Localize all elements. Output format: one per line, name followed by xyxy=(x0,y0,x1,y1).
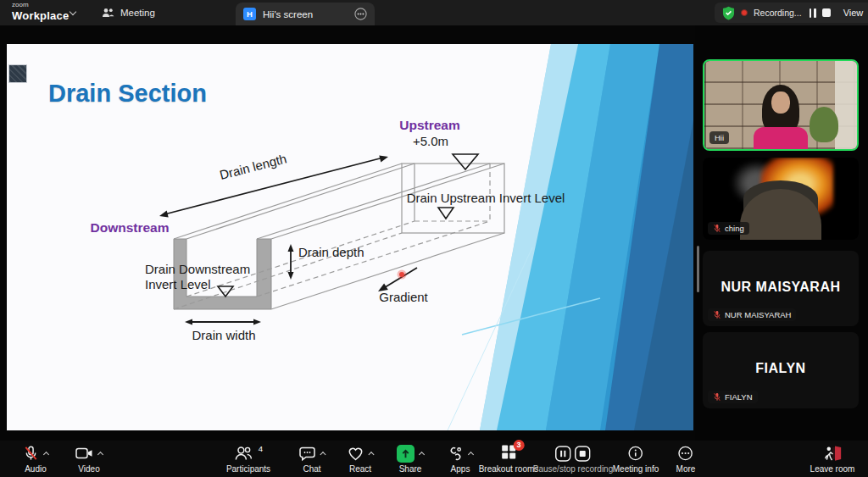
participant-name-pill: Hii xyxy=(709,131,729,144)
label-upstream: Upstream xyxy=(399,118,460,132)
info-icon xyxy=(628,446,643,461)
plant xyxy=(810,107,838,142)
drain-solid-edges xyxy=(174,164,504,309)
chevron-up-icon[interactable] xyxy=(368,452,374,458)
participant-name-pill: ching xyxy=(708,222,749,235)
chevron-up-icon[interactable] xyxy=(320,452,326,458)
chat-bubble-icon xyxy=(299,446,316,462)
react-button[interactable]: React xyxy=(348,444,374,474)
window-light xyxy=(835,61,857,149)
label-gradient: Gradient xyxy=(379,290,428,304)
video-tile-hii[interactable]: Hii xyxy=(703,59,859,151)
label-drain-depth: Drain depth xyxy=(298,245,364,259)
logo-zoom-text: zoom xyxy=(12,2,69,8)
sidebar-scrollbar[interactable] xyxy=(697,246,699,292)
leave-door-icon xyxy=(823,445,843,462)
logo-workplace-text: Workplace xyxy=(12,9,69,22)
person-face xyxy=(771,92,790,114)
leave-room-label: Leave room xyxy=(810,464,855,474)
participants-sidebar: Hii ching NUR MAISYARAH xyxy=(695,25,868,441)
leave-room-button[interactable]: Leave room xyxy=(810,444,855,474)
slide-title: Drain Section xyxy=(48,80,207,108)
participants-icon xyxy=(234,446,253,462)
video-camera-icon xyxy=(75,446,93,460)
zoom-meeting-window: zoom Workplace Meeting H Hii's screen xyxy=(0,0,868,477)
mic-muted-icon xyxy=(713,310,721,319)
title-bar: zoom Workplace Meeting H Hii's screen xyxy=(0,0,868,25)
pause-stop-recording-label: Pause/stop recording xyxy=(533,464,614,474)
more-options-icon[interactable] xyxy=(354,8,367,20)
slide-corner-decoration xyxy=(8,64,27,83)
pause-stop-recording-button[interactable]: Pause/stop recording xyxy=(533,444,614,474)
tab-screen-share[interactable]: H Hii's screen xyxy=(236,3,375,25)
label-drain-width: Drain width xyxy=(192,328,255,342)
share-screen-icon xyxy=(397,445,415,463)
participants-button[interactable]: 4 Participants xyxy=(226,444,270,474)
recording-status: Recording... View xyxy=(715,3,868,23)
pause-recording-icon[interactable] xyxy=(555,446,571,462)
meeting-toolbar: Audio Video 4 Parti xyxy=(0,441,868,477)
chevron-up-icon[interactable] xyxy=(97,452,103,458)
person-shirt xyxy=(754,127,808,149)
apps-icon xyxy=(448,446,464,462)
chevron-up-icon[interactable] xyxy=(468,452,474,458)
participants-label: Participants xyxy=(226,464,270,474)
video-label: Video xyxy=(75,464,103,474)
gradient-arrow xyxy=(378,268,417,291)
participant-name-pill: FIALYN xyxy=(708,391,758,403)
chevron-up-icon[interactable] xyxy=(43,452,49,458)
participant-display-name: NUR MAISYARAH xyxy=(703,280,859,295)
breakout-rooms-button[interactable]: 3 Breakout rooms xyxy=(479,444,539,474)
more-ellipsis-icon xyxy=(678,446,693,461)
recording-dot-icon xyxy=(741,9,748,16)
label-upstream-invert: Drain Upstream Invert Level xyxy=(407,191,565,205)
apps-button[interactable]: Apps xyxy=(448,444,473,474)
avatar: H xyxy=(243,8,256,20)
label-downstream-invert-1: Drain Downstream xyxy=(145,262,250,276)
apps-label: Apps xyxy=(448,464,473,474)
participant-name: NUR MAISYARAH xyxy=(725,310,791,319)
video-button[interactable]: Video xyxy=(75,444,103,474)
chevron-down-icon[interactable] xyxy=(70,8,76,15)
stop-recording-icon[interactable] xyxy=(822,8,831,17)
chat-label: Chat xyxy=(299,464,326,474)
participants-count: 4 xyxy=(259,444,263,453)
meeting-info-button[interactable]: Meeting info xyxy=(613,444,659,474)
zoom-workplace-logo: zoom Workplace xyxy=(12,2,69,22)
more-button[interactable]: More xyxy=(676,444,696,474)
name-tile-nur-maisyarah[interactable]: NUR MAISYARAH NUR MAISYARAH xyxy=(703,251,859,326)
participant-display-name: FIALYN xyxy=(703,361,859,376)
more-label: More xyxy=(676,464,696,474)
breakout-rooms-badge: 3 xyxy=(514,440,525,451)
tab-meeting-label: Meeting xyxy=(120,8,155,18)
security-shield-icon[interactable] xyxy=(722,6,735,20)
view-label[interactable]: View xyxy=(843,8,864,18)
recording-label: Recording... xyxy=(754,8,802,18)
mic-muted-icon xyxy=(23,445,39,462)
stop-recording-icon[interactable] xyxy=(575,446,591,462)
tab-meeting[interactable]: Meeting xyxy=(95,0,162,25)
react-label: React xyxy=(348,464,374,474)
name-tile-fialyn[interactable]: FIALYN FIALYN xyxy=(703,332,859,408)
label-downstream: Downstream xyxy=(90,220,169,235)
share-label: Share xyxy=(397,464,424,474)
shared-screen-slide: Drain Section xyxy=(7,44,693,430)
label-upstream-level: +5.0m xyxy=(413,134,448,148)
drain-width-arrow xyxy=(185,319,261,325)
chevron-up-icon[interactable] xyxy=(419,452,425,458)
audio-label: Audio xyxy=(23,464,48,474)
participant-name: Hii xyxy=(715,133,724,142)
heart-icon xyxy=(348,446,364,462)
label-downstream-invert-2: Invert Level xyxy=(145,277,211,291)
tab-screen-share-label: Hii's screen xyxy=(263,9,348,19)
mic-muted-icon xyxy=(713,392,721,402)
video-tile-ching[interactable]: ching xyxy=(703,158,859,240)
share-button[interactable]: Share xyxy=(397,444,424,474)
label-drain-length: Drain length xyxy=(218,151,288,182)
pause-recording-icon[interactable] xyxy=(810,8,816,18)
breakout-rooms-label: Breakout rooms xyxy=(479,464,539,474)
chat-button[interactable]: Chat xyxy=(299,444,326,474)
audio-button[interactable]: Audio xyxy=(23,444,48,474)
meeting-info-label: Meeting info xyxy=(613,464,659,474)
participant-name-pill: NUR MAISYARAH xyxy=(708,308,796,321)
